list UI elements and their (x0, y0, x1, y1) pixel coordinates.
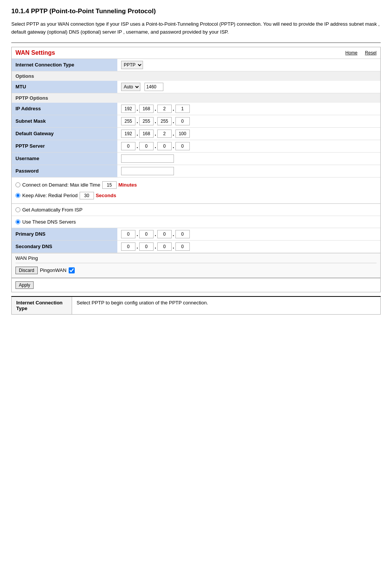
secondary-dns-label: Secondary DNS (12, 240, 117, 253)
dns-section: Get Automatically From ISP Use These DNS… (12, 204, 380, 253)
ping-row: Discard PingonWAN (15, 265, 377, 276)
pptp-server-octet-1[interactable] (121, 142, 135, 150)
connection-mode-section: Connect on Demand: Max idle Time Minutes… (12, 178, 380, 204)
password-value-cell (117, 165, 380, 177)
password-row: Password (12, 165, 380, 177)
connect-on-demand-label: Connect on Demand: Max idle Time (22, 182, 100, 188)
page-title: 10.1.4 PPTP (Point-to-Point Tunneling Pr… (11, 8, 381, 15)
primary-dns-octet-4[interactable] (175, 230, 190, 238)
use-these-radio[interactable] (15, 219, 20, 224)
username-row: Username (12, 152, 380, 165)
primary-dns-octet-2[interactable] (139, 230, 154, 238)
wan-form-table: Internet Connection Type PPTP Options MT… (12, 59, 380, 178)
gateway-octet-1[interactable] (121, 130, 135, 138)
pptp-server-octet-2[interactable] (139, 142, 154, 150)
ip-octet-1[interactable] (121, 105, 135, 113)
primary-dns-octet-1[interactable] (121, 230, 135, 238)
username-value-cell (117, 152, 380, 165)
bottom-label-cell: Internet Connection Type (12, 296, 72, 315)
connection-type-row: Internet Connection Type PPTP (12, 59, 380, 71)
subnet-octet-3[interactable] (157, 117, 172, 125)
pptp-server-dot-3: . (172, 143, 175, 149)
get-auto-label: Get Automatically From ISP (22, 207, 83, 213)
keep-alive-radio[interactable] (15, 193, 20, 198)
secondary-dns-value-cell: . . . (117, 240, 380, 253)
dns-form-table: Primary DNS . . . (12, 228, 380, 253)
discard-ping-button[interactable]: Discard (15, 267, 38, 274)
subnet-octet-1[interactable] (121, 117, 135, 125)
ip-octet-2[interactable] (139, 105, 154, 113)
gateway-octet-2[interactable] (139, 130, 154, 138)
subnet-dot-3: . (172, 118, 175, 124)
subnet-dot-2: . (154, 118, 157, 124)
mtu-select[interactable]: Auto (121, 83, 140, 91)
bottom-info-row: Internet Connection Type Select PPTP to … (12, 296, 381, 315)
subnet-mask-group: . . . (121, 117, 377, 125)
subnet-octet-4[interactable] (175, 117, 190, 125)
get-auto-radio[interactable] (15, 207, 20, 212)
username-input[interactable] (121, 154, 174, 163)
secondary-dns-octet-3[interactable] (157, 242, 172, 251)
subnet-octet-2[interactable] (139, 117, 154, 125)
ip-octet-3[interactable] (157, 105, 172, 113)
connection-type-value: PPTP (117, 59, 380, 71)
wan-header: WAN Settings Home Resel (12, 47, 380, 59)
ip-address-group: . . . (121, 105, 377, 113)
connection-type-select[interactable]: PPTP (121, 61, 143, 69)
secondary-dns-octet-2[interactable] (139, 242, 154, 251)
pptp-server-octet-4[interactable] (175, 142, 190, 150)
connect-on-demand-radio[interactable] (15, 182, 20, 187)
keep-alive-label: Keep Alive: Redial Period (22, 193, 78, 198)
reset-button[interactable]: Resel (365, 50, 377, 56)
wan-ping-title: WAN Ping (15, 255, 377, 261)
ping-on-wan-label: PingonWAN (40, 267, 66, 273)
gateway-octet-4[interactable] (175, 130, 190, 138)
mtu-input[interactable] (145, 83, 163, 91)
secondary-dns-group: . . . (121, 242, 377, 251)
keep-alive-row: Keep Alive: Redial Period Seconds (15, 190, 377, 201)
gateway-dot-3: . (172, 131, 175, 137)
secondary-dns-octet-4[interactable] (175, 242, 190, 251)
pptp-server-row: PPTP Server . . . (12, 140, 380, 152)
password-input[interactable] (121, 167, 174, 175)
default-gateway-label: Default Gateway (12, 127, 117, 140)
primary-dns-octet-3[interactable] (157, 230, 172, 238)
primary-dns-value-cell: . . . (117, 228, 380, 241)
secondary-dns-octet-1[interactable] (121, 242, 135, 251)
gateway-dot-2: . (154, 131, 157, 137)
ip-dot-2: . (154, 106, 157, 112)
section-divider (11, 42, 381, 43)
secondary-dns-row: Secondary DNS . . . (12, 240, 380, 253)
use-these-row: Use These DNS Servers (12, 216, 380, 228)
primary-dns-label: Primary DNS (12, 228, 117, 241)
ip-address-label: IP Address (12, 103, 117, 115)
ip-address-row: IP Address . . . (12, 103, 380, 115)
pptp-server-group: . . . (121, 142, 377, 150)
redial-period-input[interactable] (80, 192, 94, 199)
options-header-cell: Options (12, 71, 380, 81)
apply-button[interactable]: Apply (15, 281, 34, 289)
wan-header-buttons: Home Resel (345, 50, 377, 56)
password-label: Password (12, 165, 117, 177)
bottom-description-cell: Select PPTP to begin config uration of t… (72, 296, 381, 315)
wan-title: WAN Settings (15, 49, 55, 56)
home-button[interactable]: Home (345, 50, 357, 56)
gateway-octet-3[interactable] (157, 130, 172, 138)
minutes-label: Minutes (118, 182, 137, 188)
wan-panel: WAN Settings Home Resel Internet Connect… (11, 47, 381, 292)
default-gateway-value-cell: . . . (117, 127, 380, 140)
ip-octet-4[interactable] (175, 105, 190, 113)
pptp-server-octet-3[interactable] (157, 142, 172, 150)
primary-dns-group: . . . (121, 230, 377, 238)
pptp-server-value-cell: . . . (117, 140, 380, 152)
ping-on-wan-checkbox[interactable] (69, 267, 75, 273)
mtu-row: MTU Auto (12, 81, 380, 93)
options-header-row: Options (12, 71, 380, 81)
gateway-dot-1: . (136, 131, 138, 137)
default-gateway-group: . . . (121, 130, 377, 138)
get-auto-row: Get Automatically From ISP (12, 204, 380, 216)
pptp-server-dot-1: . (136, 143, 138, 149)
mtu-value-cell: Auto (117, 81, 380, 93)
default-gateway-row: Default Gateway . . . (12, 127, 380, 140)
max-idle-time-input[interactable] (102, 181, 117, 189)
